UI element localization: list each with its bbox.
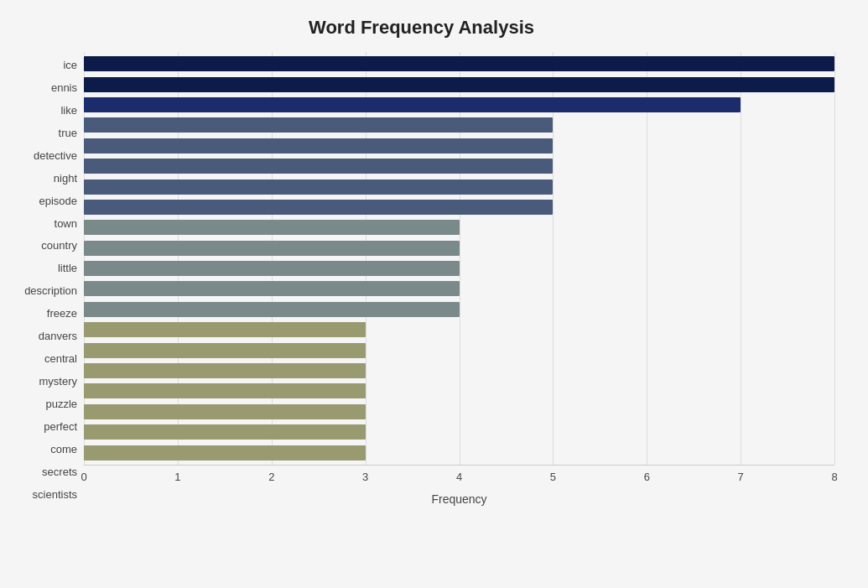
bar-country: [84, 220, 460, 235]
y-label-secrets: secrets: [8, 461, 77, 482]
bar-row-like: [84, 95, 834, 115]
y-label-true: true: [8, 122, 77, 143]
chart-area: iceennisliketruedetectivenightepisodetow…: [8, 52, 834, 506]
bar-row-scientists: [84, 443, 834, 463]
grid-and-bars: [84, 52, 834, 466]
y-label-central: central: [8, 348, 77, 370]
bar-row-detective: [84, 136, 834, 156]
y-label-detective: detective: [8, 144, 77, 166]
bar-little: [84, 241, 460, 256]
y-label-town: town: [8, 212, 77, 234]
bar-row-description: [84, 258, 834, 278]
bar-row-little: [84, 238, 834, 258]
bar-row-puzzle: [84, 361, 834, 381]
x-tick-2: 2: [268, 471, 274, 483]
bar-like: [84, 97, 741, 112]
x-tick-8: 8: [831, 471, 837, 483]
x-axis-title: Frequency: [84, 492, 834, 506]
y-label-perfect: perfect: [8, 415, 77, 437]
x-tick-0: 0: [81, 471, 86, 483]
bar-row-danvers: [84, 299, 834, 320]
y-label-danvers: danvers: [8, 325, 77, 347]
x-axis-labels: 012345678: [84, 466, 834, 491]
y-label-episode: episode: [8, 190, 77, 211]
y-label-like: like: [8, 99, 77, 121]
bar-ice: [84, 56, 834, 71]
y-label-freeze: freeze: [8, 303, 77, 325]
y-label-ice: ice: [8, 54, 77, 75]
bar-night: [84, 159, 553, 174]
y-label-ennis: ennis: [8, 76, 77, 98]
x-tick-3: 3: [362, 471, 368, 483]
bar-row-mystery: [84, 341, 834, 361]
plot-area: 012345678 Frequency: [84, 52, 834, 506]
chart-title: Word Frequency Analysis: [8, 17, 834, 39]
x-tick-4: 4: [456, 471, 462, 483]
bar-row-true: [84, 115, 834, 135]
bar-come: [84, 404, 366, 419]
grid-line-8: [834, 52, 835, 465]
bar-row-episode: [84, 177, 834, 197]
x-tick-5: 5: [550, 471, 556, 483]
y-label-mystery: mystery: [8, 371, 77, 393]
bar-danvers: [84, 302, 460, 317]
bar-row-country: [84, 217, 834, 237]
y-label-description: description: [8, 280, 77, 302]
y-label-puzzle: puzzle: [8, 393, 77, 415]
bar-row-central: [84, 320, 834, 340]
y-label-scientists: scientists: [8, 483, 77, 505]
x-tick-7: 7: [738, 471, 744, 483]
y-label-country: country: [8, 235, 77, 257]
x-tick-1: 1: [174, 471, 180, 483]
bar-episode: [84, 180, 553, 195]
bar-row-freeze: [84, 278, 834, 299]
bar-freeze: [84, 281, 460, 296]
bar-true: [84, 117, 553, 133]
bar-secrets: [84, 424, 366, 440]
bar-row-ennis: [84, 75, 834, 95]
bar-description: [84, 261, 460, 276]
bar-row-ice: [84, 54, 834, 74]
bars-container: [84, 52, 834, 465]
bar-perfect: [84, 383, 366, 398]
bar-row-night: [84, 156, 834, 176]
y-axis: iceennisliketruedetectivenightepisodetow…: [8, 52, 84, 506]
bar-mystery: [84, 343, 366, 358]
chart-container: Word Frequency Analysis iceennisliketrue…: [0, 0, 868, 588]
x-tick-6: 6: [644, 471, 650, 483]
bar-ennis: [84, 77, 834, 92]
bar-puzzle: [84, 363, 366, 378]
y-label-come: come: [8, 438, 77, 460]
bar-central: [84, 322, 366, 337]
y-label-little: little: [8, 258, 77, 279]
y-label-night: night: [8, 167, 77, 189]
bar-row-come: [84, 402, 834, 422]
bar-town: [84, 200, 553, 215]
bar-detective: [84, 138, 553, 154]
bar-scientists: [84, 445, 366, 461]
bar-row-secrets: [84, 422, 834, 442]
bar-row-perfect: [84, 381, 834, 401]
bar-row-town: [84, 197, 834, 217]
